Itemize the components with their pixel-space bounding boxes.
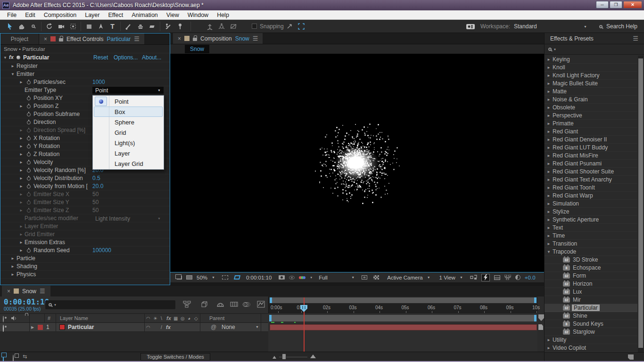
param-physics[interactable]: ►Physics [0,271,170,279]
menu-help[interactable]: Help [213,12,233,18]
fx-group-transition[interactable]: ►Transition [545,240,637,248]
expand-icon[interactable]: ► [19,232,23,237]
expand-inout-icon[interactable]: ⇆ [23,354,27,360]
effects-scrollbar[interactable] [638,56,644,352]
expand-icon[interactable]: ► [547,74,551,78]
expand-icon[interactable]: ► [19,160,23,165]
layer-fx-icon[interactable]: fx [166,324,171,330]
fx-item-3d-stroke[interactable]: 323D Stroke [545,256,637,264]
timeline-zoom-knob[interactable] [282,354,286,360]
expand-icon[interactable]: ► [547,338,551,342]
layer-expand-icon[interactable]: ▶ [31,325,34,329]
expand-icon[interactable]: ► [19,240,23,245]
param-particles-sec[interactable]: ►Particles/sec1000 [0,78,170,86]
workspace-value[interactable]: Standard [514,23,580,30]
expand-icon[interactable]: ► [547,146,551,150]
tab-timeline-snow[interactable]: × Snow ☰ [2,286,50,296]
fx-item-starglow[interactable]: 32Starglow [545,328,637,336]
stopwatch-icon[interactable] [27,129,31,132]
menu-item-light-s-[interactable]: Light(s) [93,138,164,148]
layer-color-swatch[interactable] [59,324,65,330]
expand-icon[interactable]: ► [19,152,23,156]
comp-subtab-snow[interactable]: Snow [185,45,209,53]
expand-icon[interactable]: ► [547,90,551,94]
stopwatch-icon[interactable] [27,201,31,205]
transparency-grid-icon[interactable] [234,275,240,280]
stopwatch-icon[interactable] [27,185,31,189]
param-value[interactable]: 50 [92,191,99,197]
fx-item-echospace[interactable]: 8Echospace [545,264,637,272]
effect-header-row[interactable]: ▼ fx Particular Reset Options... About..… [0,53,170,62]
param-shading[interactable]: ►Shading [0,263,170,271]
layer-shy-icon[interactable]: ◠ [146,325,150,330]
timeline-button-icon[interactable] [494,275,500,280]
expand-icon[interactable]: ► [547,154,551,158]
resolution-caret-icon[interactable]: ▼ [351,276,355,279]
param-value[interactable]: 0.5 [92,175,100,181]
fx-item-shine[interactable]: 32Shine [545,312,637,320]
param-value[interactable]: 20.0 [92,183,103,189]
expand-icon[interactable]: ► [547,234,551,238]
work-area-bar[interactable] [269,315,537,321]
expand-icon[interactable]: ► [547,346,551,350]
menu-window[interactable]: Window [183,12,213,18]
fx-group-video-copilot[interactable]: ►Video Copilot [545,344,637,352]
options-link[interactable]: Options... [114,54,138,61]
fx-group-perspective[interactable]: ►Perspective [545,112,637,120]
tab-effect-controls[interactable]: × Effect Controls Particular ☰ [39,33,144,44]
expand-icon[interactable]: ► [547,194,551,198]
fx-group-matte[interactable]: ►Matte [545,88,637,96]
param-value[interactable]: 50 [92,199,99,206]
expand-icon[interactable]: ▼ [547,250,551,254]
panel-menu-icon[interactable]: ☰ [633,35,638,42]
menu-edit[interactable]: Edit [21,12,40,18]
stopwatch-icon[interactable] [27,113,31,116]
region-of-interest-icon[interactable] [222,275,228,280]
fx-item-mir[interactable]: 32Mir [545,296,637,304]
stopwatch-icon[interactable] [27,153,31,156]
tab-close-icon[interactable]: × [7,288,10,295]
expand-icon[interactable]: ► [547,170,551,174]
shy-icon[interactable]: ◠ [146,316,150,321]
current-time-display[interactable]: 0:00:01:10 [4,297,49,306]
world-axis-mode-icon[interactable] [216,21,228,32]
fx-group-obsolete[interactable]: ►Obsolete [545,104,637,112]
param-particle[interactable]: ►Particle [0,255,170,263]
expand-icon[interactable]: ► [19,208,23,213]
param-value[interactable]: 50 [92,207,99,214]
fx-group-synthetic-aperture[interactable]: ►Synthetic Aperture [545,216,637,224]
menu-item-box[interactable]: Box [93,107,164,117]
expand-icon[interactable]: ► [547,186,551,190]
layer-quality-icon[interactable]: / [161,325,162,330]
graph-editor-icon[interactable] [257,301,265,308]
stopwatch-icon[interactable] [27,249,31,253]
stopwatch-icon[interactable] [27,137,31,140]
motion-blur-icon[interactable] [242,301,251,308]
camera-tool[interactable] [55,21,67,32]
minimize-button[interactable]: ─ [596,1,609,8]
param-random-seed[interactable]: ►Random Seed100000 [0,247,170,255]
expand-icon[interactable]: ► [547,122,551,126]
layer-row-particular[interactable]: ▶ 1 Particular ◠ / fx @ None ▼ [0,323,268,332]
roi-target-icon[interactable] [362,275,367,280]
pan-behind-tool[interactable] [67,21,79,32]
param-value[interactable]: 100000 [92,247,111,254]
view-axis-mode-icon[interactable] [228,21,239,32]
comp-timecode[interactable]: 0:00:01:10 [246,275,272,280]
menu-item-layer[interactable]: Layer [93,148,164,158]
expand-icon[interactable]: ► [547,58,551,62]
toggle-switches-modes-button[interactable]: Toggle Switches / Modes [140,353,210,361]
expand-icon[interactable]: ► [547,242,551,246]
param-emitter-size-x[interactable]: ►Emitter Size X50 [0,190,170,198]
snap-corners-icon[interactable] [296,21,307,32]
hand-tool[interactable] [16,21,27,32]
fx-group-stylize[interactable]: ►Stylize [545,208,637,216]
param-emitter-size-y[interactable]: ►Emitter Size Y50 [0,198,170,206]
menu-file[interactable]: File [3,12,21,18]
fx-group-red-giant-psunami[interactable]: ►Red Giant Psunami [545,160,637,168]
selection-tool[interactable] [4,21,16,32]
menu-animation[interactable]: Animation [127,12,162,18]
stopwatch-icon[interactable] [27,81,31,84]
param-register[interactable]: ►Register [0,62,170,70]
layer-eye-icon[interactable] [3,325,4,332]
